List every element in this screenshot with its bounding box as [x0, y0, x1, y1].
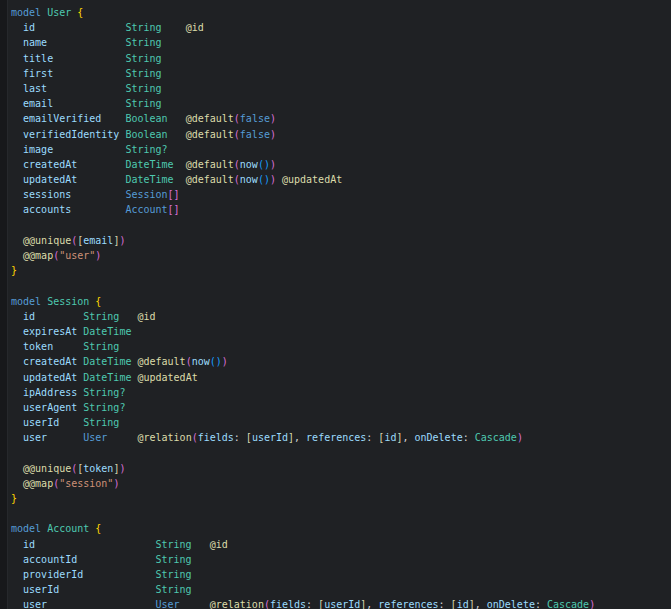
code-token	[53, 144, 125, 155]
code-token	[11, 98, 23, 109]
code-editor[interactable]: model User { id String @id name String t…	[0, 0, 671, 609]
code-token	[11, 356, 23, 367]
code-token: updatedAt	[23, 174, 77, 185]
code-token: {	[95, 523, 101, 534]
code-line: last String	[11, 81, 671, 96]
code-line: @@unique([email])	[11, 233, 671, 248]
code-token: @default	[186, 159, 234, 170]
code-line: }	[11, 491, 671, 506]
code-token: id	[384, 432, 396, 443]
code-token: @@map	[23, 250, 53, 261]
code-token: String	[125, 68, 161, 79]
code-token: DateTime	[125, 159, 173, 170]
code-token: @updatedAt	[137, 372, 197, 383]
code-token: )	[119, 235, 125, 246]
code-token: String	[125, 37, 161, 48]
code-token: emailVerified	[23, 113, 101, 124]
code-token: :	[535, 599, 547, 609]
code-token	[168, 113, 186, 124]
code-token: now	[240, 159, 258, 170]
code-token	[47, 432, 83, 443]
code-token: String	[156, 569, 192, 580]
code-token	[11, 174, 23, 185]
code-line: email String	[11, 96, 671, 111]
code-token: @default	[137, 356, 185, 367]
code-token: DateTime	[83, 372, 131, 383]
code-token: Boolean	[125, 129, 167, 140]
code-token	[192, 539, 210, 550]
code-token	[35, 311, 83, 322]
code-token	[11, 22, 23, 33]
code-line: createdAt DateTime @default(now())	[11, 354, 671, 369]
code-line: createdAt DateTime @default(now())	[11, 157, 671, 172]
code-token: ()	[210, 356, 222, 367]
code-line: model Session {	[11, 294, 671, 309]
code-token: String?	[125, 144, 167, 155]
code-token: expiresAt	[23, 326, 77, 337]
code-token: @relation	[137, 432, 191, 443]
code-token: )	[119, 463, 125, 474]
code-token: String	[125, 53, 161, 64]
code-token: Account	[125, 204, 167, 215]
code-token: accounts	[23, 204, 71, 215]
code-token: fields	[270, 599, 306, 609]
code-token: :	[463, 432, 475, 443]
code-token: String?	[83, 387, 125, 398]
code-token	[11, 402, 23, 413]
code-token: :	[439, 599, 451, 609]
code-line: image String?	[11, 142, 671, 157]
code-token: false	[240, 129, 270, 140]
code-line	[11, 506, 671, 521]
code-token: String	[156, 539, 192, 550]
code-token: DateTime	[125, 174, 173, 185]
code-token: ipAddress	[23, 387, 77, 398]
code-token	[11, 250, 23, 261]
code-token: String	[125, 98, 161, 109]
code-token: user	[23, 599, 47, 609]
code-token	[11, 204, 23, 215]
code-token: references	[306, 432, 366, 443]
code-token	[71, 204, 125, 215]
editor-gutter	[0, 0, 8, 609]
code-line: sessions Session[]	[11, 187, 671, 202]
code-line: @@unique([token])	[11, 461, 671, 476]
code-line	[11, 278, 671, 293]
code-token	[11, 554, 23, 565]
code-token	[11, 144, 23, 155]
code-token: ,	[294, 432, 306, 443]
code-token	[47, 83, 125, 94]
code-token	[59, 417, 83, 428]
code-token: String?	[83, 402, 125, 413]
code-token: ,	[402, 432, 414, 443]
code-token: id	[23, 311, 35, 322]
code-token: String	[125, 22, 161, 33]
code-token: userId	[252, 432, 288, 443]
code-token	[11, 417, 23, 428]
code-token	[77, 159, 125, 170]
code-token	[11, 129, 23, 140]
code-token: ,	[366, 599, 378, 609]
code-token	[71, 189, 125, 200]
code-token: now	[240, 174, 258, 185]
code-token: @id	[186, 22, 204, 33]
code-editor-window: model User { id String @id name String t…	[0, 0, 671, 609]
code-token: createdAt	[23, 159, 77, 170]
code-token: model	[11, 7, 41, 18]
code-token: onDelete	[487, 599, 535, 609]
code-token	[11, 68, 23, 79]
code-line: name String	[11, 35, 671, 50]
code-token	[59, 584, 155, 595]
code-line: userAgent String?	[11, 400, 671, 415]
code-token: providerId	[23, 569, 83, 580]
code-token: @default	[186, 113, 234, 124]
code-token: :	[234, 432, 246, 443]
code-token: userId	[324, 599, 360, 609]
code-token: ()	[258, 159, 270, 170]
code-token: "session"	[59, 478, 113, 489]
code-token: @@unique	[23, 235, 71, 246]
code-token: @id	[137, 311, 155, 322]
code-token: String	[83, 311, 119, 322]
code-line: model User {	[11, 5, 671, 20]
code-token: sessions	[23, 189, 71, 200]
code-line: user User @relation(fields: [userId], re…	[11, 430, 671, 445]
